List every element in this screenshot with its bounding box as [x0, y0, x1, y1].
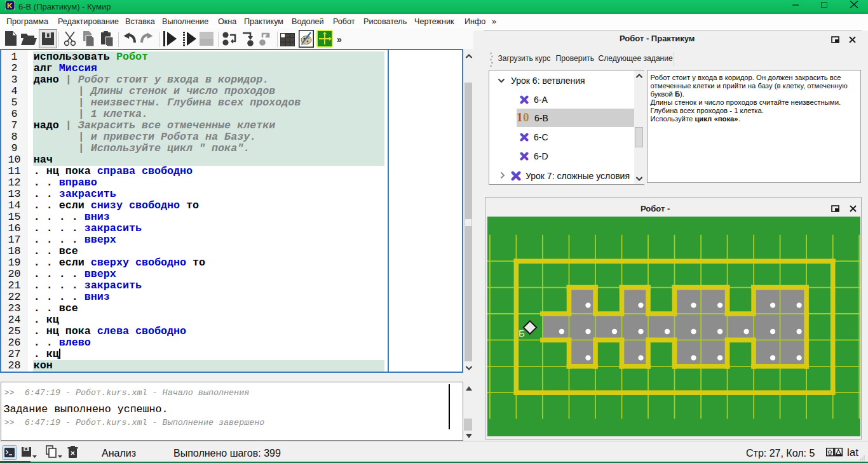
svg-text:Б: Б: [519, 328, 525, 339]
svg-text:K: K: [7, 2, 13, 10]
